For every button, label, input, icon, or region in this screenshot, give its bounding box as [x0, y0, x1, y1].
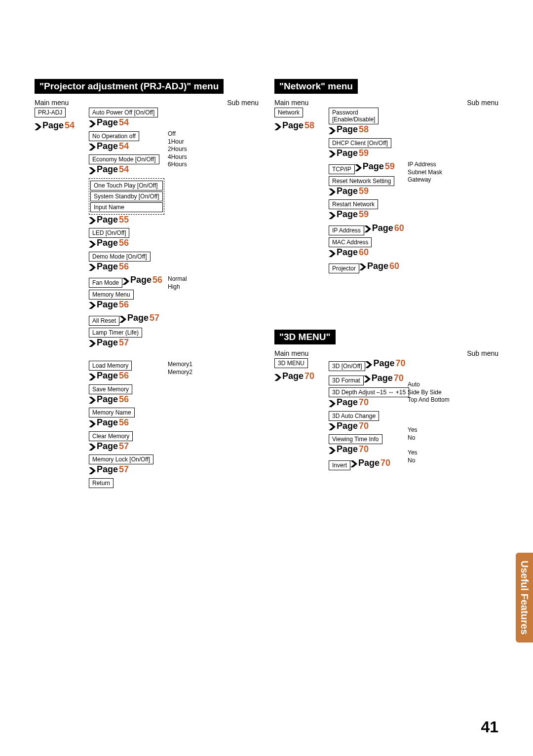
page-ref[interactable]: Page 59 — [329, 209, 369, 220]
menu-item: TCP/IP — [329, 164, 355, 174]
page-ref[interactable]: Page 70 — [274, 371, 314, 381]
sub-list: YesNo — [408, 449, 418, 464]
page-ref[interactable]: Page 58 — [274, 120, 314, 131]
page-ref[interactable]: Page 70 — [329, 421, 369, 431]
page-ref[interactable]: Page 57 — [89, 338, 129, 348]
item-row: 3D Depth Adjust –15 ↔ +15Page 70 — [329, 387, 408, 409]
sub-item: 2Hours — [168, 146, 187, 153]
page-ref[interactable]: Page 56 — [89, 262, 129, 272]
menu-item: 3D Format — [329, 376, 364, 385]
page-ref[interactable]: Page 54 — [89, 164, 129, 175]
item-row: DHCP Client [On/Off]Page 59 — [329, 138, 408, 160]
page-ref[interactable]: Page 70 — [365, 358, 405, 369]
item-row: LED [On/Off]Page 56 — [89, 228, 168, 250]
arrow-right-icon — [364, 225, 371, 231]
sub-item: Memory2 — [168, 369, 192, 377]
sub-menu-header: Sub menu — [227, 99, 259, 107]
item-row: Viewing Time InfoPage 70 — [329, 434, 408, 456]
menu-item: Fan Mode — [89, 278, 122, 288]
page-ref[interactable]: Page 54 — [35, 120, 75, 131]
item-row: Memory NamePage 56 — [89, 408, 168, 429]
menu-item: Memory Name — [89, 408, 135, 417]
sub-item: Gateway — [408, 176, 442, 184]
page-ref[interactable]: Page 70 — [364, 373, 404, 383]
page-ref[interactable]: Page 60 — [364, 223, 404, 233]
arrow-right-icon — [89, 263, 96, 270]
arrow-right-icon — [35, 122, 41, 129]
menu-item: Projector — [329, 264, 359, 273]
sub-list: YesNo — [408, 426, 418, 442]
sub-item: Top And Bottom — [408, 396, 450, 404]
page-ref[interactable]: Page 60 — [329, 247, 369, 258]
main-menu-header: Main menu — [274, 349, 308, 357]
sub-list: IP AddressSubnet MaskGateway — [408, 161, 442, 184]
arrow-right-icon — [329, 211, 336, 218]
arrow-right-icon — [365, 360, 372, 367]
sub-item: 4Hours — [168, 153, 187, 161]
page-ref[interactable]: Page 70 — [350, 458, 390, 468]
page-ref[interactable]: Page 59 — [355, 161, 395, 172]
page-ref[interactable]: Page 59 — [329, 148, 369, 158]
page-ref[interactable]: Page 56 — [89, 238, 129, 248]
arrow-right-icon — [119, 315, 126, 322]
arrow-right-icon — [274, 373, 281, 380]
item-row: TCP/IPPage 59 — [329, 161, 408, 174]
sub-item: Yes — [408, 449, 418, 457]
side-tab: Useful Features — [516, 553, 533, 643]
menu-item: Return — [89, 478, 114, 488]
page-ref[interactable]: Page 56 — [89, 371, 129, 381]
arrow-right-icon — [89, 301, 96, 308]
item-row: Fan ModePage 56 — [89, 275, 168, 288]
page-ref[interactable]: Page 54 — [89, 117, 129, 128]
network-title: "Network" menu — [274, 79, 358, 94]
item-row: Restart NetworkPage 59 — [329, 199, 408, 221]
menu-item: System Standby [On/Off] — [90, 191, 163, 201]
menu-item: Clear Memory — [89, 431, 133, 441]
header-row: Main menu Sub menu — [274, 99, 498, 107]
item-row: MAC AddressPage 60 — [329, 237, 408, 259]
main-menu-header: Main menu — [35, 99, 69, 107]
item-row: Save MemoryPage 56 — [89, 384, 168, 406]
page-ref[interactable]: Page 54 — [89, 141, 129, 151]
page-ref[interactable]: Page 56 — [89, 417, 129, 428]
menu-item: Lamp Timer (Life) — [89, 328, 142, 338]
sub-item: IP Address — [408, 161, 442, 169]
sub-list: Memory1Memory2 — [168, 361, 192, 376]
page-ref[interactable]: Page 57 — [119, 313, 159, 323]
item-row: 3D [On/Off]Page 70 — [329, 358, 408, 371]
item-row: Lamp Timer (Life)Page 57 — [89, 328, 168, 349]
menu-item: Demo Mode [On/Off] — [89, 252, 151, 262]
arrow-right-icon — [89, 339, 96, 346]
page-ref[interactable]: Page 57 — [89, 441, 129, 452]
sub-item: High — [168, 283, 187, 291]
sub-item: Side By Side — [408, 389, 450, 397]
item-row: InvertPage 70 — [329, 458, 408, 471]
arrow-right-icon — [274, 122, 281, 129]
page-ref[interactable]: Page 56 — [122, 275, 162, 285]
page-ref[interactable]: Page 70 — [329, 444, 369, 454]
page-ref[interactable]: Page 56 — [89, 300, 129, 310]
page-ref[interactable]: Page 58 — [329, 124, 369, 135]
item-row: Memory MenuPage 56 — [89, 290, 168, 311]
page-ref[interactable]: Page 55 — [89, 215, 129, 225]
page-ref[interactable]: Page 57 — [89, 464, 129, 475]
page-ref[interactable]: Page 70 — [329, 397, 369, 408]
item-row: 3D Auto ChangePage 70 — [329, 411, 408, 433]
item-row: Reset Network SettingPage 59 — [329, 176, 408, 198]
item-row: No Operation offPage 54 — [89, 131, 168, 153]
arrow-right-icon — [329, 188, 336, 194]
menu-item: Save Memory — [89, 384, 132, 394]
page-ref[interactable]: Page 59 — [329, 186, 369, 196]
item-row: Memory Lock [On/Off]Page 57 — [89, 454, 168, 476]
arrow-right-icon — [364, 375, 371, 381]
page-ref[interactable]: Page 56 — [89, 394, 129, 405]
menu-item: Viewing Time Info — [329, 434, 382, 444]
page-ref[interactable]: Page 60 — [359, 261, 399, 271]
sub-item: Yes — [408, 426, 418, 434]
item-row: One Touch Play [On/Off]System Standby [O… — [89, 178, 168, 227]
item-row: Load MemoryPage 56 — [89, 361, 168, 382]
menu-item: Invert — [329, 460, 350, 470]
menu-item: All Reset — [89, 316, 119, 326]
sub-item: No — [408, 434, 418, 442]
arrow-right-icon — [89, 443, 96, 450]
